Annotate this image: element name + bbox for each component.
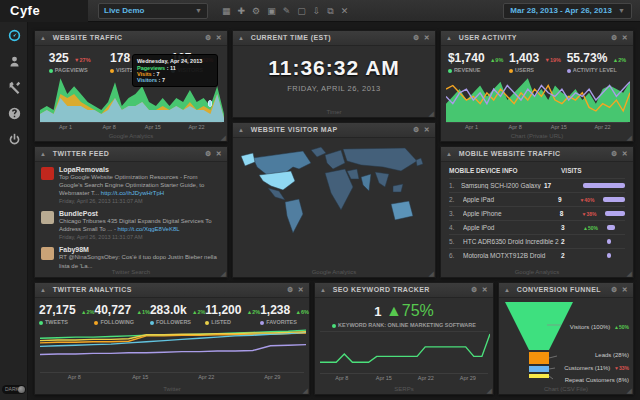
funnel-label: Customers (11%) ▼33% — [564, 365, 629, 371]
resize-handle[interactable]: ◢ — [221, 270, 226, 277]
tools-icon — [8, 81, 21, 94]
image-icon[interactable]: ▣ — [267, 3, 276, 19]
widget-close-icon[interactable]: ✕ — [482, 286, 488, 293]
widget-close-icon[interactable]: ✕ — [424, 34, 430, 41]
x-tick: Apr 1 — [465, 124, 478, 130]
widget-close-icon[interactable]: ✕ — [298, 286, 304, 293]
resize-handle[interactable]: ◢ — [429, 270, 434, 277]
tweet-date: Friday, April 26, 2013 11:31:07 AM — [59, 234, 221, 240]
stat-revenue: $1,740 ▲9%REVENUE — [448, 51, 503, 73]
theme-toggle-label: DARK — [5, 386, 19, 392]
sidebar-item-settings[interactable] — [0, 74, 28, 100]
x-tick: Apr 29 — [460, 375, 476, 381]
widget-settings-icon[interactable]: ⚙ — [205, 150, 212, 157]
chart-tooltip: Wednesday, Apr 24, 2013 Pageviews : 11Vi… — [132, 54, 218, 87]
tweet-link[interactable]: http://t.co/XqgE8VeK8L — [118, 226, 180, 232]
resize-handle[interactable]: ◢ — [487, 387, 492, 394]
widget-title: TWITTER ANALYTICS — [53, 286, 132, 293]
widget-close-icon[interactable]: ✕ — [622, 150, 628, 157]
x-tick: Apr 29 — [264, 374, 280, 380]
line-chart — [320, 332, 490, 374]
widget-close-icon[interactable]: ✕ — [216, 34, 222, 41]
date-range-button[interactable]: Mar 28, 2013 - Apr 26, 2013 ▼ — [503, 3, 632, 19]
sidebar-item-dashboard[interactable] — [0, 22, 28, 48]
tweet-username[interactable]: LopaRemovals — [59, 166, 221, 173]
dashboard-select[interactable]: Live Demo ▼ — [98, 3, 208, 19]
share-icon[interactable]: ⧉ — [327, 3, 333, 19]
add-widget-icon[interactable]: ✚ — [238, 3, 246, 19]
stat-following: 40,727 ▲1%FOLLOWING — [94, 303, 149, 325]
screen-icon[interactable]: ▢ — [297, 3, 306, 19]
tweet-username[interactable]: Faby98M — [59, 246, 221, 253]
line-chart — [40, 328, 306, 372]
widget-close-icon[interactable]: ✕ — [622, 286, 628, 293]
resize-handle[interactable]: ◢ — [627, 270, 632, 277]
seo-rank-stat: 1 ▲75% — [315, 302, 493, 320]
widget-header: ▲ TWITTER FEED ⚙✕ — [35, 147, 227, 162]
resize-handle[interactable]: ◢ — [303, 387, 308, 394]
widget-close-icon[interactable]: ✕ — [622, 34, 628, 41]
widgets-grid-icon[interactable]: ▦ — [222, 3, 231, 19]
widget-title: MOBILE WEBSITE TRAFFIC — [459, 150, 561, 157]
edit-icon[interactable]: ✎ — [283, 3, 291, 19]
widget-settings-icon[interactable]: ⚙ — [611, 286, 618, 293]
tweet-username[interactable]: BundlePost — [59, 210, 221, 217]
theme-toggle[interactable]: DARK — [2, 385, 26, 394]
download-icon[interactable]: ⇩ — [313, 3, 321, 19]
collapse-icon[interactable]: ▲ — [446, 35, 452, 41]
funnel-chart: Visitors (100%) ▲50%Leads (28%)Customers… — [499, 298, 633, 388]
widget-settings-icon[interactable]: ⚙ — [413, 126, 420, 133]
top-bar: Cyfe Live Demo ▼ ▦✚⚙▣✎▢⇩⧉✕ Mar 28, 2013 … — [0, 0, 640, 22]
activity-chart — [446, 76, 628, 122]
widget-settings-icon[interactable]: ⚙ — [413, 34, 420, 41]
widget-title: CURRENT TIME (EST) — [251, 34, 331, 41]
settings-icon[interactable]: ⚙ — [252, 3, 260, 19]
resize-handle[interactable]: ◢ — [627, 134, 632, 141]
device-table: MOBILE DEVICE INFO VISITS 1.Samsung SCH-… — [449, 164, 625, 262]
tooltip-title: Wednesday, Apr 24, 2013 — [137, 58, 213, 64]
widget-watermark: Twitter — [35, 386, 309, 392]
widget-settings-icon[interactable]: ⚙ — [471, 286, 478, 293]
widget-settings-icon[interactable]: ⚙ — [287, 286, 294, 293]
collapse-icon[interactable]: ▲ — [446, 151, 452, 157]
collapse-icon[interactable]: ▲ — [40, 287, 46, 293]
sidebar-item-logout[interactable] — [0, 126, 28, 152]
collapse-icon[interactable]: ▲ — [320, 287, 326, 293]
widget-settings-icon[interactable]: ⚙ — [611, 150, 618, 157]
resize-handle[interactable]: ◢ — [429, 110, 434, 117]
resize-handle[interactable]: ◢ — [221, 134, 226, 141]
table-header: MOBILE DEVICE INFO VISITS — [449, 164, 625, 178]
widget-close-icon[interactable]: ✕ — [424, 126, 430, 133]
widget-settings-icon[interactable]: ⚙ — [205, 34, 212, 41]
widget-watermark: Chart (Private URL) — [441, 133, 633, 139]
collapse-icon[interactable]: ▲ — [238, 127, 244, 133]
world-map — [233, 138, 435, 266]
stat-activity-level: 55.73% ▲2%ACTIVITY LEVEL — [567, 51, 626, 73]
collapse-icon[interactable]: ▲ — [40, 35, 46, 41]
traffic-chart: Wednesday, Apr 24, 2013 Pageviews : 11Vi… — [40, 76, 222, 122]
area-line-chart — [446, 76, 630, 122]
widget-close-icon[interactable]: ✕ — [216, 150, 222, 157]
collapse-icon[interactable]: ▲ — [238, 35, 244, 41]
widget-settings-icon[interactable]: ⚙ — [611, 34, 618, 41]
remove-icon[interactable]: ✕ — [341, 3, 349, 19]
theme-toggle-knob — [18, 386, 25, 393]
seo-legend: KEYWORD RANK: ONLINE MARKETING SOFTWARE — [315, 322, 493, 328]
widget-header: ▲ MOBILE WEBSITE TRAFFIC ⚙✕ — [441, 147, 633, 162]
tweet-link[interactable]: http://t.co/ihJDywHrTpH — [101, 190, 164, 196]
resize-handle[interactable]: ◢ — [627, 387, 632, 394]
sidebar-item-help[interactable] — [0, 100, 28, 126]
avatar — [41, 247, 54, 260]
sidebar-item-users[interactable] — [0, 48, 28, 74]
legend-label: KEYWORD RANK: ONLINE MARKETING SOFTWARE — [338, 322, 476, 328]
x-tick: Apr 15 — [551, 124, 567, 130]
avatar — [41, 211, 54, 224]
widget-twitter-feed: ▲ TWITTER FEED ⚙✕ LopaRemovalsTop Google… — [34, 146, 228, 278]
collapse-icon[interactable]: ▲ — [40, 151, 46, 157]
collapse-icon[interactable]: ▲ — [504, 287, 510, 293]
activity-stats: $1,740 ▲9%REVENUE1,403 ▼19%USERS55.73% ▲… — [441, 46, 633, 76]
widget-header: ▲ WEBSITE TRAFFIC ⚙✕ — [35, 31, 227, 46]
widget-website-traffic: ▲ WEBSITE TRAFFIC ⚙✕ 325 ▼27%PAGEVIEWS17… — [34, 30, 228, 142]
widget-watermark: Chart (CSV File) — [499, 386, 633, 392]
widget-visitor-map: ▲ WEBSITE VISITOR MAP ⚙✕ Google Analytic… — [232, 122, 436, 278]
